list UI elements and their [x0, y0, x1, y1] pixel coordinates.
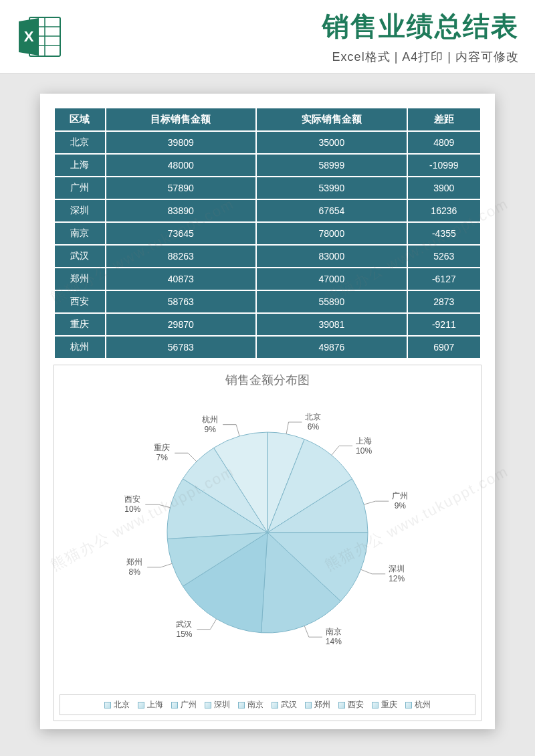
legend-label: 深圳 [214, 699, 230, 711]
slice-label-北京: 北京6% [305, 412, 321, 432]
legend-label: 广州 [181, 699, 197, 711]
cell-target: 73645 [106, 223, 256, 244]
cell-region: 杭州 [55, 337, 105, 358]
legend-item-北京: 北京 [104, 699, 130, 711]
table-row: 武汉88263830005263 [55, 246, 480, 267]
legend-label: 西安 [348, 699, 364, 711]
legend-item-郑州: 郑州 [305, 699, 330, 711]
legend-label: 北京 [114, 699, 130, 711]
excel-icon: X [16, 13, 63, 60]
page-subtitle: Excel格式 | A4打印 | 内容可修改 [75, 49, 519, 65]
legend-label: 南京 [247, 699, 263, 711]
cell-actual: 83000 [257, 246, 407, 267]
legend-swatch [338, 702, 345, 708]
legend-label: 武汉 [281, 699, 297, 711]
cell-gap: -10999 [408, 155, 480, 176]
cell-target: 58763 [106, 291, 256, 312]
cell-target: 83890 [106, 200, 256, 221]
legend-item-重庆: 重庆 [372, 699, 397, 711]
cell-gap: -6127 [408, 268, 480, 290]
cell-gap: -4355 [408, 223, 480, 244]
legend-item-西安: 西安 [338, 699, 364, 711]
slice-label-武汉: 武汉15% [176, 620, 192, 640]
slice-label-重庆: 重庆7% [154, 443, 170, 463]
col-gap: 差距 [408, 108, 480, 130]
slice-label-郑州: 郑州8% [126, 557, 142, 577]
slice-label-深圳: 深圳12% [389, 564, 405, 584]
cell-gap: -9211 [408, 314, 480, 335]
legend-item-广州: 广州 [171, 699, 197, 711]
slice-label-上海: 上海10% [356, 436, 372, 456]
slice-label-南京: 南京14% [326, 627, 342, 647]
legend-label: 杭州 [415, 699, 431, 711]
col-actual: 实际销售金额 [257, 108, 407, 130]
cell-actual: 58999 [257, 155, 407, 176]
chart-container: 销售金额分布图 北京6%上海10%广州9%深圳12%南京14%武汉15%郑州8%… [54, 365, 481, 721]
cell-region: 郑州 [55, 268, 105, 290]
cell-region: 南京 [55, 223, 105, 244]
legend-swatch [104, 702, 111, 708]
chart-legend: 北京上海广州深圳南京武汉郑州西安重庆杭州 [60, 694, 475, 715]
cell-region: 北京 [55, 132, 105, 153]
legend-swatch [205, 702, 211, 708]
document-preview: 区域 目标销售金额 实际销售金额 差距 北京39809350004809上海48… [40, 94, 495, 729]
cell-actual: 39081 [257, 314, 407, 335]
legend-item-南京: 南京 [238, 699, 263, 711]
table-row: 深圳838906765416236 [55, 200, 480, 221]
col-region: 区域 [55, 108, 105, 130]
legend-swatch [405, 702, 412, 708]
table-header-row: 区域 目标销售金额 实际销售金额 差距 [55, 108, 480, 130]
cell-gap: 4809 [408, 132, 480, 153]
sales-table: 区域 目标销售金额 实际销售金额 差距 北京39809350004809上海48… [54, 107, 481, 359]
table-row: 广州57890539903900 [55, 177, 480, 199]
cell-region: 上海 [55, 155, 105, 176]
table-row: 杭州56783498766907 [55, 337, 480, 358]
cell-gap: 6907 [408, 337, 480, 358]
cell-region: 重庆 [55, 314, 105, 335]
legend-swatch [238, 702, 245, 708]
legend-label: 郑州 [314, 699, 330, 711]
slice-label-杭州: 杭州9% [202, 415, 218, 435]
legend-swatch [305, 702, 312, 708]
cell-target: 39809 [106, 132, 256, 153]
cell-gap: 2873 [408, 291, 480, 312]
table-row: 西安58763558902873 [55, 291, 480, 312]
chart-title: 销售金额分布图 [60, 372, 475, 388]
table-row: 郑州4087347000-6127 [55, 268, 480, 290]
legend-item-武汉: 武汉 [272, 699, 297, 711]
cell-region: 深圳 [55, 200, 105, 221]
table-row: 重庆2987039081-9211 [55, 314, 480, 335]
slice-label-西安: 西安10% [124, 494, 140, 514]
legend-label: 重庆 [381, 699, 397, 711]
cell-actual: 55890 [257, 291, 407, 312]
header-text: 销售业绩总结表 Excel格式 | A4打印 | 内容可修改 [75, 8, 519, 65]
cell-gap: 5263 [408, 246, 480, 267]
cell-region: 广州 [55, 177, 105, 199]
legend-swatch [138, 702, 144, 708]
cell-actual: 53990 [257, 177, 407, 199]
page-title: 销售业绩总结表 [75, 8, 519, 45]
cell-gap: 3900 [408, 177, 480, 199]
cell-actual: 47000 [257, 268, 407, 290]
legend-swatch [272, 702, 278, 708]
pie-chart: 北京6%上海10%广州9%深圳12%南京14%武汉15%郑州8%西安10%重庆7… [60, 392, 475, 694]
svg-text:X: X [24, 28, 34, 45]
cell-target: 57890 [106, 177, 256, 199]
slice-label-广州: 广州9% [392, 491, 408, 511]
table-row: 北京39809350004809 [55, 132, 480, 153]
cell-target: 40873 [106, 268, 256, 290]
table-row: 南京7364578000-4355 [55, 223, 480, 244]
table-row: 上海4800058999-10999 [55, 155, 480, 176]
cell-gap: 16236 [408, 200, 480, 221]
cell-target: 56783 [106, 337, 256, 358]
template-header: X 销售业绩总结表 Excel格式 | A4打印 | 内容可修改 [0, 0, 535, 74]
cell-actual: 49876 [257, 337, 407, 358]
cell-region: 武汉 [55, 246, 105, 267]
cell-target: 88263 [106, 246, 256, 267]
cell-actual: 67654 [257, 200, 407, 221]
legend-item-深圳: 深圳 [205, 699, 230, 711]
cell-actual: 78000 [257, 223, 407, 244]
legend-swatch [372, 702, 379, 708]
cell-target: 29870 [106, 314, 256, 335]
cell-region: 西安 [55, 291, 105, 312]
